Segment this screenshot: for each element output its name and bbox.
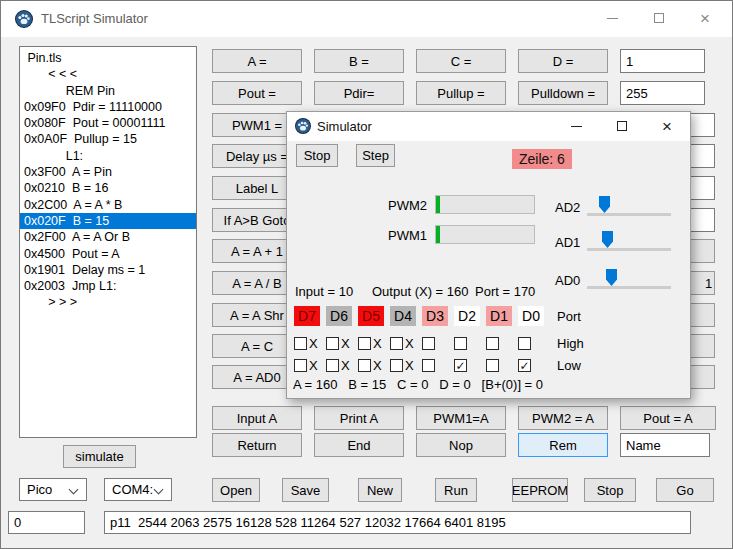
name-field[interactable]: Name (620, 433, 710, 457)
checkbox-high-d1[interactable] (486, 337, 499, 350)
code-line[interactable]: Pin.tls (24, 50, 196, 66)
pout-a-button[interactable]: Pout = A (620, 406, 716, 430)
pwm1-progressbar (435, 225, 535, 244)
slider-track (587, 213, 671, 216)
checkbox-high-d2[interactable] (454, 337, 467, 350)
checkbox-high-d6[interactable] (326, 337, 339, 350)
partial-button[interactable] (690, 303, 715, 327)
simulator-minimize-button[interactable] (556, 112, 596, 140)
close-button[interactable]: × (683, 1, 727, 35)
x-label: X (405, 336, 414, 351)
com-port-select[interactable]: COM4: (104, 478, 172, 501)
checkbox-high-d7[interactable] (294, 337, 307, 350)
code-line[interactable]: > > > (24, 294, 196, 310)
checkbox-low-d6[interactable] (326, 359, 339, 372)
simulate-button[interactable]: simulate (63, 445, 136, 468)
code-line[interactable]: 0x4500 Pout = A (24, 246, 196, 262)
partial-field[interactable] (690, 208, 715, 232)
device-select[interactable]: Pico (19, 478, 87, 501)
partial-button[interactable] (690, 334, 715, 358)
pwm2-a-button[interactable]: PWM2 = A (518, 406, 608, 430)
code-line[interactable]: 0x09F0 Pdir = 11110000 (24, 99, 196, 115)
b-equals-button[interactable]: B = (314, 49, 404, 73)
save-button[interactable]: Save (282, 478, 329, 502)
partial-field[interactable] (690, 176, 715, 200)
run-button[interactable]: Run (435, 478, 477, 502)
simulator-maximize-button[interactable] (602, 112, 642, 140)
code-line[interactable]: 0x0210 B = 16 (24, 180, 196, 196)
ad1-slider[interactable] (587, 231, 671, 253)
code-line[interactable]: 0x1901 Delay ms = 1 (24, 262, 196, 278)
sim-stop-button[interactable]: Stop (296, 144, 338, 167)
code-line[interactable]: 0x2003 Jmp L1: (24, 278, 196, 294)
checkbox-low-d2[interactable] (454, 359, 467, 372)
pdir-equals-button[interactable]: Pdir= (314, 81, 404, 105)
output-data-field[interactable]: p11 2544 2063 2575 16128 528 11264 527 1… (104, 511, 691, 534)
stop-button[interactable]: Stop (584, 478, 636, 502)
checkbox-high-d3[interactable] (422, 337, 435, 350)
partial-button[interactable] (690, 365, 715, 389)
partial-button[interactable] (690, 239, 715, 263)
slider-thumb[interactable] (606, 269, 617, 286)
open-button[interactable]: Open (212, 478, 260, 502)
main-titlebar: TLScript Simulator × (1, 1, 732, 37)
code-line[interactable]: L1: (24, 148, 196, 164)
end-button[interactable]: End (314, 433, 404, 457)
high-row-label: High (557, 336, 584, 351)
code-line[interactable]: 0x0A0F Pullup = 15 (24, 131, 196, 147)
ad0-label: AD0 (555, 273, 580, 288)
x-label: X (341, 358, 350, 373)
simulator-close-button[interactable]: × (647, 112, 687, 140)
d-equals-button[interactable]: D = (518, 49, 608, 73)
pullup-equals-button[interactable]: Pullup = (416, 81, 506, 105)
checkbox-low-d3[interactable] (422, 359, 435, 372)
checkbox-low-d1[interactable] (486, 359, 499, 372)
rem-button[interactable]: Rem (518, 433, 608, 457)
input-a-button[interactable]: Input A (212, 406, 302, 430)
checkbox-low-d4[interactable] (390, 359, 403, 372)
checkbox-high-d0[interactable] (518, 337, 531, 350)
code-line[interactable]: 0x080F Pout = 00001111 (24, 115, 196, 131)
print-a-button[interactable]: Print A (314, 406, 404, 430)
code-line[interactable]: < < < (24, 66, 196, 82)
code-listbox[interactable]: Pin.tls < < < REM Pin 0x09F0 Pdir = 1111… (19, 46, 197, 438)
partial-field[interactable] (690, 144, 715, 168)
pwm2-label: PWM2 (388, 198, 427, 213)
pwm2-progress-fill (436, 196, 440, 213)
maximize-button[interactable] (637, 1, 681, 35)
value-field-row2[interactable]: 255 (620, 81, 705, 105)
ad0-slider[interactable] (587, 269, 671, 291)
status-number-field[interactable]: 0 (8, 511, 85, 534)
pwm1-a-button[interactable]: PWM1=A (416, 406, 506, 430)
checkbox-low-d0[interactable] (518, 359, 531, 372)
code-line[interactable]: 0x2F00 A = A Or B (24, 229, 196, 245)
pwm2-progressbar (435, 195, 535, 214)
return-button[interactable]: Return (212, 433, 302, 457)
partial-field[interactable] (690, 113, 715, 137)
code-line[interactable]: REM Pin (24, 83, 196, 99)
a-equals-button[interactable]: A = (212, 49, 302, 73)
code-line[interactable]: 0x2C00 A = A * B (24, 197, 196, 213)
bit-d0: D0 (518, 306, 544, 326)
c-equals-button[interactable]: C = (416, 49, 506, 73)
checkbox-high-d5[interactable] (358, 337, 371, 350)
eeprom-button[interactable]: EEPROM (512, 478, 568, 502)
slider-thumb[interactable] (602, 231, 613, 248)
checkbox-low-d7[interactable] (294, 359, 307, 372)
pulldown-equals-button[interactable]: Pulldown = (518, 81, 608, 105)
sim-step-button[interactable]: Step (356, 144, 395, 167)
partial-button[interactable]: 1 (690, 271, 715, 295)
new-button[interactable]: New (358, 478, 402, 502)
checkbox-high-d4[interactable] (390, 337, 403, 350)
ad2-slider[interactable] (587, 196, 671, 218)
pout-equals-button[interactable]: Pout = (212, 81, 302, 105)
code-line[interactable]: 0x020F B = 15 (20, 213, 196, 229)
slider-thumb[interactable] (599, 196, 610, 213)
checkbox-low-d5[interactable] (358, 359, 371, 372)
partial-button-label: 1 (691, 276, 712, 291)
code-line[interactable]: 0x3F00 A = Pin (24, 164, 196, 180)
minimize-button[interactable] (590, 1, 634, 35)
value-field-row1[interactable]: 1 (620, 49, 705, 73)
nop-button[interactable]: Nop (416, 433, 506, 457)
go-button[interactable]: Go (656, 478, 714, 502)
